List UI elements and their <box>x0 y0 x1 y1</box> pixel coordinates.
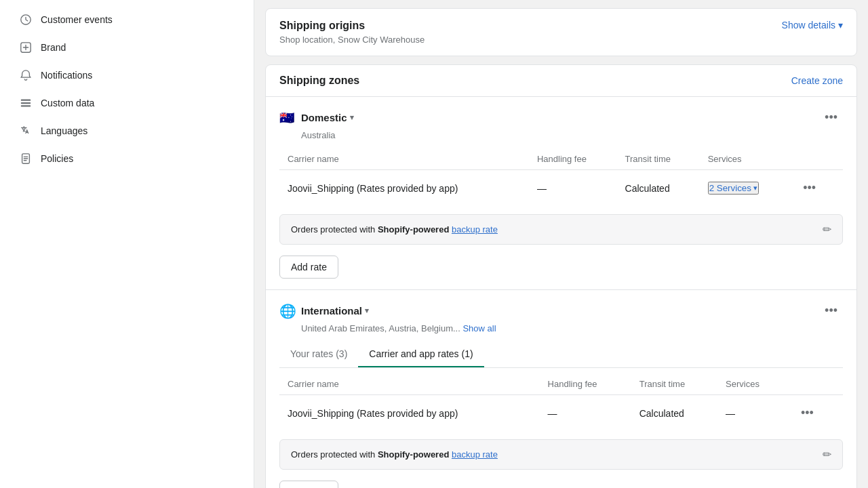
domestic-title-group: 🇦🇺 Domestic ▾ <box>279 112 354 124</box>
domestic-zone-header: 🇦🇺 Domestic ▾ ••• <box>279 108 843 127</box>
show-all-link[interactable]: Show all <box>462 323 496 333</box>
chevron-down-icon: ▾ <box>838 20 843 30</box>
sidebar-item-label: Languages <box>41 125 87 136</box>
handling-fee-header: Handling fee <box>529 148 617 170</box>
sidebar-item-custom-data[interactable]: Custom data <box>5 89 248 117</box>
svg-rect-2 <box>21 100 31 101</box>
chevron-down-icon: ▾ <box>350 113 354 122</box>
shipping-zones-card: Shipping zones Create zone 🇦🇺 Domestic ▾… <box>265 64 857 488</box>
intl-protected-text: Orders protected with Shopify-powered ba… <box>291 449 498 460</box>
domestic-services-button[interactable]: 2 Services ▾ <box>708 182 759 195</box>
sidebar-item-label: Customer events <box>41 14 113 25</box>
international-zone-name: International ▾ <box>301 305 369 317</box>
sidebar-item-customer-events[interactable]: Customer events <box>5 6 248 33</box>
international-zone-header: 🌐 International ▾ ••• <box>279 301 843 321</box>
globe-icon: 🌐 <box>279 303 296 319</box>
intl-services-header: Services <box>717 373 787 395</box>
zones-header: Shipping zones Create zone <box>266 65 856 97</box>
international-edit-button[interactable]: ✏ <box>823 448 831 461</box>
shipping-origins-card: Shipping origins Shop location, Snow Cit… <box>265 8 857 56</box>
notifications-icon <box>19 68 33 82</box>
international-table-header-row: Carrier name Handling fee Transit time S… <box>279 373 843 395</box>
domestic-protected-banner: Orders protected with Shopify-powered ba… <box>279 214 843 245</box>
protected-text: Orders protected with Shopify-powered ba… <box>291 224 498 235</box>
tab-your-rates[interactable]: Your rates (3) <box>279 342 358 367</box>
svg-rect-3 <box>21 102 31 104</box>
main-content: Shipping origins Shop location, Snow Cit… <box>254 0 868 488</box>
backup-rate-link[interactable]: backup rate <box>452 224 498 235</box>
international-zone-countries: United Arab Emirates, Austria, Belgium..… <box>301 323 843 333</box>
intl-carrier-name-header: Carrier name <box>279 373 540 395</box>
intl-transit-time-header: Transit time <box>631 373 717 395</box>
show-details-button[interactable]: Show details ▾ <box>782 20 843 30</box>
intl-actions-header <box>787 373 843 395</box>
sidebar-item-label: Custom data <box>41 98 94 108</box>
actions-header <box>789 148 843 170</box>
services-header: Services <box>700 148 790 170</box>
international-tabs: Your rates (3) Carrier and app rates (1) <box>279 342 843 368</box>
sidebar-item-label: Notifications <box>41 70 92 81</box>
sidebar-item-label: Policies <box>41 153 73 164</box>
svg-rect-4 <box>21 105 31 106</box>
domestic-zone-name: Domestic ▾ <box>301 112 354 123</box>
international-add-rate-button[interactable]: Add rate <box>279 481 338 488</box>
row-actions-cell: ••• <box>789 170 843 207</box>
intl-transit-time-cell: Calculated <box>631 395 717 432</box>
chevron-down-icon: ▾ <box>753 184 757 192</box>
table-row: Joovii_Shipping (Rates provided by app) … <box>279 395 843 432</box>
transit-time-header: Transit time <box>617 148 700 170</box>
origins-subtitle: Shop location, Snow City Warehouse <box>279 35 425 45</box>
domestic-table-header-row: Carrier name Handling fee Transit time S… <box>279 148 843 170</box>
domestic-zone-country: Australia <box>301 130 843 140</box>
intl-backup-rate-link[interactable]: backup rate <box>452 449 498 460</box>
tab-carrier-app-rates[interactable]: Carrier and app rates (1) <box>358 342 484 367</box>
handling-fee-cell: — <box>529 170 617 207</box>
international-more-button[interactable]: ••• <box>819 301 843 321</box>
row-more-button[interactable]: ••• <box>797 178 821 198</box>
domestic-more-button[interactable]: ••• <box>819 108 843 127</box>
australia-flag-icon: 🇦🇺 <box>279 112 296 124</box>
carrier-name-header: Carrier name <box>279 148 529 170</box>
languages-icon <box>19 124 33 138</box>
international-rate-table: Carrier name Handling fee Transit time S… <box>279 373 843 431</box>
domestic-zone-section: 🇦🇺 Domestic ▾ ••• Australia Carrier name… <box>266 97 856 290</box>
carrier-name-cell: Joovii_Shipping (Rates provided by app) <box>279 170 529 207</box>
intl-services-cell: — <box>717 395 787 432</box>
policies-icon <box>19 152 33 165</box>
sidebar-item-policies[interactable]: Policies <box>5 145 248 172</box>
sidebar-item-notifications[interactable]: Notifications <box>5 62 248 89</box>
domestic-add-rate-button[interactable]: Add rate <box>279 256 338 279</box>
create-zone-button[interactable]: Create zone <box>791 75 843 86</box>
international-protected-banner: Orders protected with Shopify-powered ba… <box>279 439 843 470</box>
intl-handling-fee-header: Handling fee <box>540 373 631 395</box>
origins-title: Shipping origins <box>279 20 425 32</box>
zones-title: Shipping zones <box>279 75 359 87</box>
services-cell: 2 Services ▾ <box>700 170 790 207</box>
transit-time-cell: Calculated <box>617 170 700 207</box>
customer-events-icon <box>19 13 33 26</box>
sidebar-item-label: Brand <box>41 42 66 53</box>
intl-row-actions-cell: ••• <box>787 395 843 432</box>
sidebar-item-languages[interactable]: Languages <box>5 117 248 144</box>
custom-data-icon <box>19 96 33 110</box>
brand-icon <box>19 41 33 54</box>
international-zone-section: 🌐 International ▾ ••• United Arab Emirat… <box>266 290 856 488</box>
intl-handling-fee-cell: — <box>540 395 631 432</box>
sidebar-item-brand[interactable]: Brand <box>5 34 248 61</box>
domestic-edit-button[interactable]: ✏ <box>823 223 831 236</box>
international-title-group: 🌐 International ▾ <box>279 303 369 319</box>
table-row: Joovii_Shipping (Rates provided by app) … <box>279 170 843 207</box>
domestic-rate-table: Carrier name Handling fee Transit time S… <box>279 148 843 206</box>
sidebar: Customer events Brand Notifications Cust… <box>0 0 254 488</box>
intl-carrier-name-cell: Joovii_Shipping (Rates provided by app) <box>279 395 540 432</box>
intl-row-more-button[interactable]: ••• <box>795 403 819 423</box>
chevron-down-icon: ▾ <box>365 306 369 315</box>
